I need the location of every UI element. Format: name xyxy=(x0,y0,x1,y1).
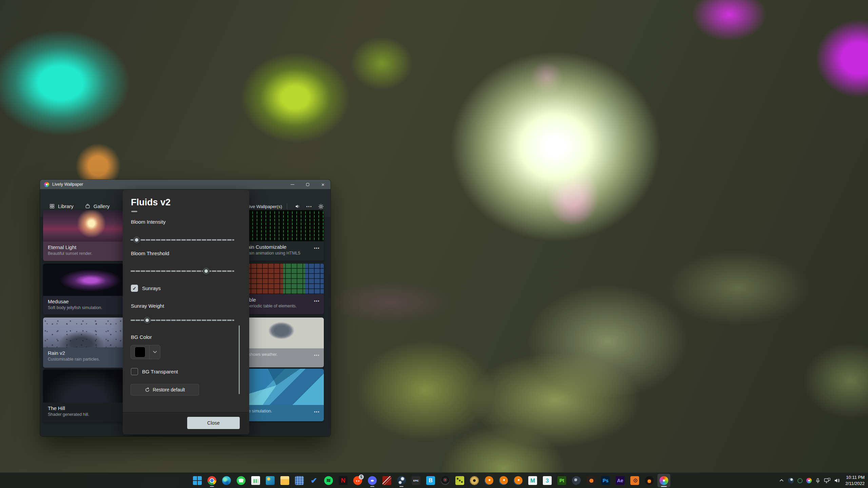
slider-thumb[interactable] xyxy=(133,237,140,243)
wallpaper-card-waves[interactable]: ave simulation.••• xyxy=(239,369,324,421)
taskbar-icon-after-effects[interactable]: Ae xyxy=(614,474,627,487)
taskbar-icon-notes[interactable] xyxy=(249,474,262,487)
card-menu-button[interactable]: ••• xyxy=(314,299,320,304)
wallpaper-thumbnail xyxy=(43,210,128,242)
notification-badge: 5 xyxy=(359,474,364,480)
card-subtitle: ave simulation. xyxy=(244,409,319,413)
houdini-icon xyxy=(630,476,639,485)
wallpaper-thumbnail xyxy=(43,369,128,403)
wallpaper-thumbnail xyxy=(239,318,324,348)
taskbar-icon-file-explorer[interactable] xyxy=(278,474,291,487)
dialog-scrollbar[interactable] xyxy=(239,325,240,394)
bloom-threshold-slider[interactable] xyxy=(131,268,234,274)
system-tray: 10:11 PM 2/11/2022 xyxy=(779,473,865,488)
volume-button[interactable] xyxy=(292,204,303,209)
card-text-area: Eternal LightBeautiful sunset render. xyxy=(43,242,128,261)
tab-library[interactable]: Library xyxy=(50,203,74,209)
network-tray-button[interactable] xyxy=(824,478,830,484)
running-indicator xyxy=(370,486,374,487)
close-window-button[interactable]: × xyxy=(315,180,331,189)
gold-emblem-icon xyxy=(470,476,479,485)
taskbar-icon-whatsapp[interactable]: ☎ xyxy=(235,474,248,487)
taskbar-icon-substance-painter[interactable]: Pt xyxy=(555,474,568,487)
volume-tray-button[interactable] xyxy=(834,478,840,483)
wallpaper-card-medusae[interactable]: MedusaeSoft body jellyfish simulation. xyxy=(43,264,128,314)
sunrays-checkbox[interactable]: ✓ xyxy=(131,285,138,292)
steam-tray-icon[interactable] xyxy=(788,478,794,484)
taskbar-icon-camera-lens[interactable] xyxy=(439,474,452,487)
taskbar-icon-blender-2[interactable] xyxy=(497,474,510,487)
taskbar-icon-edge[interactable] xyxy=(220,474,233,487)
bg-color-dropdown-button[interactable] xyxy=(149,345,160,359)
bloom-intensity-slider[interactable] xyxy=(131,237,234,243)
dialog-title: Fluids v2 xyxy=(131,197,171,208)
restore-default-button[interactable]: Restore default xyxy=(131,384,199,395)
card-subtitle: Soft body jellyfish simulation. xyxy=(48,305,123,310)
tab-gallery-label: Gallery xyxy=(94,203,110,209)
taskbar-icon-blender-1[interactable] xyxy=(482,474,495,487)
fluids-v2-dialog: Fluids v2 Bloom Intensity Bloom Threshol… xyxy=(123,190,249,434)
taskbar-icon-calculator[interactable] xyxy=(293,474,306,487)
taskbar-icon-blogger[interactable]: B xyxy=(424,474,437,487)
taskbar-icon-fl-studio[interactable] xyxy=(643,474,656,487)
more-options-button[interactable]: ••• xyxy=(303,204,315,208)
taskbar-icon-chrome[interactable] xyxy=(205,474,218,487)
taskbar-icon-cinema4d[interactable] xyxy=(570,474,583,487)
taskbar-icon-3ds-max[interactable]: 3 xyxy=(541,474,554,487)
taskbar-icon-spotify[interactable]: ≋ xyxy=(322,474,335,487)
maximize-button[interactable] xyxy=(300,180,315,189)
taskbar: ☎✔≋N5EPICBM3PtPsAe 10:11 PM 2/11/2022 xyxy=(0,472,868,488)
taskbar-icon-maya[interactable]: M xyxy=(526,474,539,487)
sunray-weight-slider[interactable] xyxy=(131,317,234,324)
clock[interactable]: 10:11 PM 2/11/2022 xyxy=(845,474,865,486)
card-title: Rain v2 xyxy=(48,350,123,356)
edge-icon xyxy=(222,476,231,485)
tab-gallery[interactable]: Gallery xyxy=(85,203,110,209)
card-menu-button[interactable]: ••• xyxy=(314,246,320,251)
taskbar-icon-media[interactable] xyxy=(264,474,277,487)
wallpaper-card-periodic[interactable]: Tablee periodic table of elements.••• xyxy=(239,263,324,314)
bg-color-swatch-button[interactable] xyxy=(131,345,149,359)
card-menu-button[interactable]: ••• xyxy=(314,353,320,358)
blender-2-icon xyxy=(499,476,508,485)
tray-chevron-button[interactable] xyxy=(779,478,784,483)
wallpaper-thumbnail xyxy=(43,264,128,296)
green-ring-tray-icon[interactable] xyxy=(797,478,803,483)
card-title: Eternal Light xyxy=(48,244,123,250)
minimize-button[interactable] xyxy=(285,180,300,189)
taskbar-icon-lively[interactable] xyxy=(657,474,670,487)
settings-button[interactable] xyxy=(315,204,327,209)
taskbar-icon-reddit[interactable]: 5 xyxy=(351,474,364,487)
wallpaper-card-eternal[interactable]: Eternal LightBeautiful sunset render. xyxy=(43,210,128,261)
taskbar-icon-netflix[interactable]: N xyxy=(337,474,350,487)
taskbar-icon-todo[interactable]: ✔ xyxy=(308,474,320,487)
taskbar-icon-epic-games[interactable]: EPIC xyxy=(410,474,422,487)
slider-track xyxy=(131,270,234,272)
taskbar-icon-photoshop[interactable]: Ps xyxy=(599,474,612,487)
card-text-area: The HillShader generated hill. xyxy=(43,403,128,422)
wallpaper-card-rain[interactable]: Rain v2Customisable rain particles. xyxy=(43,318,128,368)
wallpaper-card-hill[interactable]: The HillShader generated hill. xyxy=(43,369,128,422)
taskbar-icon-blender-3[interactable] xyxy=(512,474,525,487)
slider-thumb[interactable] xyxy=(144,317,151,324)
bg-transparent-checkbox[interactable]: ✓ xyxy=(131,368,138,375)
lively-tray-icon[interactable] xyxy=(806,478,812,483)
maximize-icon xyxy=(306,183,309,186)
taskbar-icon-utility[interactable] xyxy=(453,474,466,487)
window-titlebar[interactable]: Lively Wallpaper × xyxy=(40,180,331,189)
slider-track xyxy=(131,239,234,241)
wallpaper-card-matrix[interactable]: Rain Customizablee rain animation using … xyxy=(239,210,324,261)
taskbar-icon-gold-emblem[interactable] xyxy=(468,474,481,487)
taskbar-icon-marmoset[interactable] xyxy=(585,474,597,487)
taskbar-icon-start[interactable] xyxy=(191,474,204,487)
taskbar-icon-dota2[interactable] xyxy=(380,474,393,487)
wallpaper-card-weather[interactable]: at shows weather.••• xyxy=(239,318,324,367)
card-menu-button[interactable]: ••• xyxy=(314,410,320,414)
microphone-tray-button[interactable] xyxy=(815,478,820,484)
slider-thumb[interactable] xyxy=(203,268,210,274)
close-button[interactable]: Close xyxy=(187,417,240,429)
taskbar-icon-discord[interactable] xyxy=(366,474,379,487)
blogger-icon: B xyxy=(426,476,435,485)
taskbar-icon-houdini[interactable] xyxy=(628,474,641,487)
taskbar-icon-steam[interactable] xyxy=(395,474,408,487)
